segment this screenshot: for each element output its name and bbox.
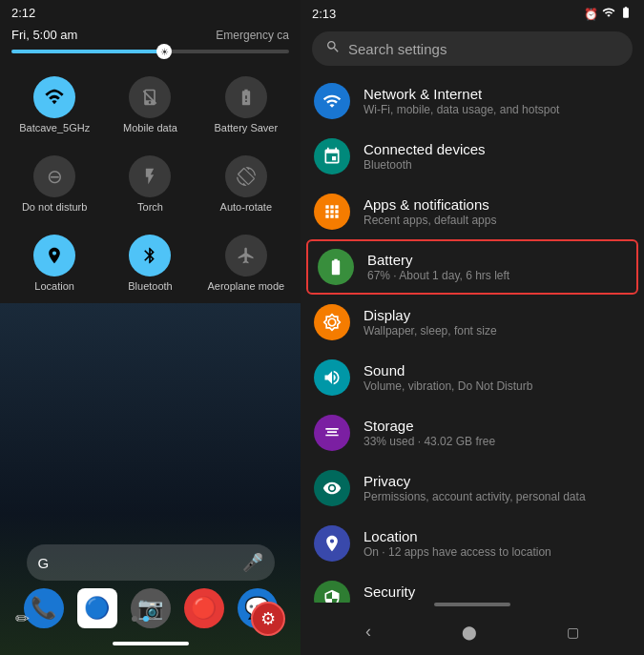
bottom-nav: ‹ ⬤ ▢	[301, 612, 644, 655]
settings-item-network[interactable]: Network & Internet Wi-Fi, mobile, data u…	[301, 73, 644, 129]
tile-torch-label: Torch	[137, 201, 163, 214]
display-subtitle: Wallpaper, sleep, font size	[364, 324, 631, 338]
network-text: Network & Internet Wi-Fi, mobile, data u…	[364, 86, 631, 116]
tile-aeroplane-label: Aeroplane mode	[207, 280, 284, 293]
settings-item-security[interactable]: Security Screen lock, fingerprint	[301, 571, 644, 603]
privacy-text: Privacy Permissions, account activity, p…	[364, 473, 631, 503]
sound-title: Sound	[364, 362, 631, 379]
emergency-text: Emergency ca	[216, 29, 289, 42]
wifi-icon	[33, 76, 75, 118]
tile-bluetooth[interactable]: Bluetooth	[105, 225, 195, 298]
tile-wifi-label: Batcave_5GHz	[19, 122, 90, 134]
tile-aeroplane[interactable]: Aeroplane mode	[201, 225, 291, 298]
location-settings-icon	[314, 525, 350, 562]
tile-dnd[interactable]: ⊖ Do not disturb	[10, 146, 99, 219]
auto-rotate-icon	[225, 155, 267, 197]
tile-dnd-label: Do not disturb	[22, 201, 87, 214]
battery-title: Battery	[367, 252, 627, 268]
connected-icon	[314, 138, 350, 174]
apps-subtitle: Recent apps, default apps	[364, 214, 631, 227]
left-panel: 2:12 Fri, 5:00 am Emergency ca Batcave_5…	[0, 0, 301, 655]
status-bar-right: 2:13 ⏰	[301, 0, 644, 26]
tile-battery-saver[interactable]: Battery Saver	[201, 67, 291, 140]
time-left: 2:12	[11, 6, 35, 20]
tile-auto-rotate-label: Auto-rotate	[220, 201, 272, 214]
recents-button[interactable]: ▢	[559, 621, 587, 644]
connected-text: Connected devices Bluetooth	[364, 141, 631, 172]
aeroplane-icon	[225, 235, 267, 276]
tile-auto-rotate[interactable]: Auto-rotate	[201, 146, 291, 219]
search-icon	[325, 39, 341, 58]
network-subtitle: Wi-Fi, mobile, data usage, and hotspot	[364, 103, 631, 116]
brightness-track[interactable]	[11, 50, 289, 53]
security-text: Security Screen lock, fingerprint	[364, 583, 631, 603]
sound-subtitle: Volume, vibration, Do Not Disturb	[364, 379, 631, 393]
settings-item-display[interactable]: Display Wallpaper, sleep, font size	[301, 295, 644, 350]
battery-settings-icon	[318, 249, 354, 285]
settings-item-apps[interactable]: Apps & notifications Recent apps, defaul…	[301, 184, 644, 239]
time-right: 2:13	[312, 7, 336, 21]
connected-title: Connected devices	[364, 141, 631, 157]
settings-item-storage[interactable]: Storage 33% used · 43.02 GB free	[301, 405, 644, 461]
location-icon-tile	[33, 235, 75, 276]
alarm-icon: ⏰	[584, 8, 598, 21]
phone-search-bar[interactable]: G 🎤	[27, 544, 275, 581]
tile-mobile-data[interactable]: Mobile data	[105, 67, 195, 140]
settings-list: Network & Internet Wi-Fi, mobile, data u…	[301, 73, 644, 603]
quick-tiles-grid: Batcave_5GHz Mobile data Battery Saver ⊖…	[0, 63, 301, 303]
security-title: Security	[364, 583, 631, 600]
tile-mobile-data-label: Mobile data	[123, 122, 177, 134]
battery-icon-status	[619, 6, 633, 22]
display-icon	[314, 304, 350, 340]
edit-icon[interactable]: ✏	[15, 608, 30, 629]
sound-text: Sound Volume, vibration, Do Not Disturb	[364, 362, 631, 393]
display-text: Display Wallpaper, sleep, font size	[364, 307, 631, 338]
settings-button[interactable]: ⚙	[251, 602, 285, 636]
mobile-data-icon	[129, 76, 171, 118]
network-title: Network & Internet	[364, 86, 631, 102]
apps-icon	[314, 194, 350, 230]
settings-item-connected[interactable]: Connected devices Bluetooth	[301, 129, 644, 184]
back-button[interactable]: ‹	[358, 618, 379, 645]
tile-location[interactable]: Location	[10, 225, 99, 298]
right-panel: 2:13 ⏰ Search settings Network & Interne…	[301, 0, 644, 655]
settings-item-sound[interactable]: Sound Volume, vibration, Do Not Disturb	[301, 350, 644, 405]
apps-text: Apps & notifications Recent apps, defaul…	[364, 196, 631, 227]
tile-bluetooth-label: Bluetooth	[128, 280, 172, 293]
search-bar-settings[interactable]: Search settings	[312, 31, 633, 66]
security-icon	[314, 581, 350, 603]
google-text: G	[38, 555, 50, 571]
date-row: Fri, 5:00 am Emergency ca	[0, 26, 301, 50]
storage-subtitle: 33% used · 43.02 GB free	[364, 435, 631, 448]
tile-battery-saver-label: Battery Saver	[215, 122, 279, 134]
signal-icon	[602, 6, 615, 22]
dot-1	[132, 616, 137, 622]
tile-wifi[interactable]: Batcave_5GHz	[10, 67, 99, 140]
page-dots	[132, 616, 149, 622]
brightness-row[interactable]	[0, 50, 301, 63]
torch-icon	[129, 155, 171, 197]
apps-title: Apps & notifications	[364, 196, 631, 213]
home-indicator-right	[434, 603, 510, 606]
settings-item-location[interactable]: Location On · 12 apps have access to loc…	[301, 516, 644, 571]
storage-text: Storage 33% used · 43.02 GB free	[364, 418, 631, 448]
location-subtitle: On · 12 apps have access to location	[364, 545, 631, 559]
location-title: Location	[364, 528, 631, 544]
battery-text: Battery 67% · About 1 day, 6 hrs left	[367, 252, 627, 282]
tile-torch[interactable]: Torch	[105, 146, 195, 219]
settings-item-privacy[interactable]: Privacy Permissions, account activity, p…	[301, 461, 644, 516]
bluetooth-icon-tile	[129, 235, 171, 276]
brightness-thumb	[156, 44, 172, 59]
connected-subtitle: Bluetooth	[364, 158, 631, 172]
storage-icon	[314, 415, 350, 451]
privacy-subtitle: Permissions, account activity, personal …	[364, 490, 631, 503]
home-button[interactable]: ⬤	[454, 621, 485, 644]
mic-icon: 🎤	[242, 552, 263, 573]
date-text: Fri, 5:00 am	[11, 28, 77, 42]
battery-saver-icon	[225, 76, 267, 118]
battery-subtitle: 67% · About 1 day, 6 hrs left	[367, 269, 627, 282]
display-title: Display	[364, 307, 631, 323]
storage-title: Storage	[364, 418, 631, 434]
tile-location-label: Location	[34, 280, 74, 293]
settings-item-battery[interactable]: Battery 67% · About 1 day, 6 hrs left	[306, 239, 638, 295]
